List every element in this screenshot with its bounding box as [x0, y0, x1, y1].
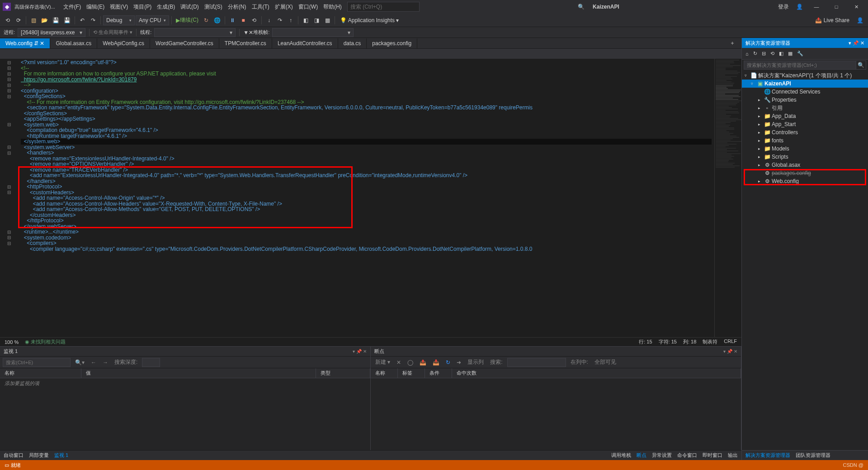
open-icon[interactable]: 📂 — [39, 15, 50, 25]
tab-Global.asax.cs[interactable]: Global.asax.cs — [50, 38, 97, 48]
rptab-解决方案资源管理器[interactable]: 解决方案资源管理器 — [745, 452, 790, 459]
extra-icon-2[interactable]: ◨ — [311, 15, 321, 25]
menu-窗口(W)[interactable]: 窗口(W) — [296, 1, 321, 13]
properties-icon[interactable]: 🔧 — [795, 50, 805, 57]
nav-right-icon[interactable]: → — [101, 359, 110, 366]
tab-LeanAuditController.cs[interactable]: LeanAuditController.cs — [272, 38, 338, 48]
btab-调用堆栈[interactable]: 调用堆栈 — [611, 452, 631, 459]
btab-局部变量[interactable]: 局部变量 — [29, 452, 49, 459]
col-type[interactable]: 类型 — [316, 368, 370, 378]
tree-item-Global.asax[interactable]: ▸⚙Global.asax — [742, 161, 868, 169]
btab-自动窗口[interactable]: 自动窗口 — [4, 452, 24, 459]
depth-input[interactable] — [142, 358, 160, 367]
menu-扩展(X)[interactable]: 扩展(X) — [272, 1, 296, 13]
tab-TPMController.cs[interactable]: TPMController.cs — [219, 38, 272, 48]
btab-异常设置[interactable]: 异常设置 — [652, 452, 672, 459]
search-icon[interactable]: 🔍 — [576, 4, 586, 10]
tree-item-fonts[interactable]: ▸📁fonts — [742, 136, 868, 145]
new-breakpoint[interactable]: 新建 ▾ — [373, 358, 392, 366]
tab-add-icon[interactable]: ＋ — [727, 39, 738, 47]
back-icon[interactable]: ⟲ — [3, 15, 13, 25]
watch-search[interactable] — [3, 358, 71, 367]
menu-项目(P)[interactable]: 项目(P) — [131, 1, 154, 13]
minimap[interactable] — [714, 59, 741, 337]
pin-icon[interactable]: ▾ 📌 ✕ — [723, 349, 737, 354]
collapse-icon[interactable]: ⊟ — [760, 50, 768, 57]
tree-item-Web.config[interactable]: ▸⚙Web.config — [742, 177, 868, 185]
btab-输出[interactable]: 输出 — [728, 452, 738, 459]
line-ending[interactable]: CRLF — [724, 338, 737, 345]
bp-col-hit[interactable]: 命中次数 — [452, 368, 741, 378]
panel-controls[interactable]: ▾ 📌 ✕ — [849, 40, 864, 46]
btab-命令窗口[interactable]: 命令窗口 — [677, 452, 697, 459]
export-icon[interactable]: 📤 — [418, 359, 428, 366]
stackframe-dropdown[interactable] — [272, 28, 354, 37]
showall-icon[interactable]: ◧ — [777, 50, 785, 57]
btab-断点[interactable]: 断点 — [637, 452, 646, 459]
extra-icon-3[interactable]: ▦ — [322, 15, 332, 25]
tab-WebApiConfig.cs[interactable]: WebApiConfig.cs — [97, 38, 150, 48]
home-icon[interactable]: ⌂ — [744, 50, 750, 57]
bp-col-name[interactable]: 名称 — [371, 368, 398, 378]
refresh-icon[interactable]: ↻ — [751, 50, 759, 57]
tree-item-Scripts[interactable]: ▸📁Scripts — [742, 153, 868, 161]
col-name[interactable]: 名称 — [0, 368, 81, 378]
indent-mode[interactable]: 制表符 — [703, 338, 717, 345]
minimize-button[interactable]: — — [807, 0, 826, 13]
process-dropdown[interactable]: [26480] iisexpress.exe — [18, 28, 85, 37]
tree-item-packages.config[interactable]: ⚙packages.config — [742, 169, 868, 177]
btab-监视 1[interactable]: 监视 1 — [54, 452, 68, 459]
search-icon[interactable]: 🔍▾ — [73, 359, 86, 366]
platform-dropdown[interactable]: Any CPU — [136, 15, 169, 25]
restart-icon[interactable]: ⟲ — [249, 15, 259, 25]
columns-btn[interactable]: 显示列 — [466, 358, 486, 366]
step-into-icon[interactable]: ↓ — [264, 15, 274, 25]
menu-工具(T)[interactable]: 工具(T) — [249, 1, 272, 13]
login-link[interactable]: 登录 — [775, 3, 792, 11]
enable-icon[interactable]: ◯ — [406, 359, 415, 366]
maximize-button[interactable]: □ — [827, 0, 845, 13]
tab-WordGameController.cs[interactable]: WordGameController.cs — [150, 38, 219, 48]
pause-icon[interactable]: ⏸ — [227, 15, 237, 25]
live-share-button[interactable]: 📤 Live Share — [812, 17, 852, 24]
stop-icon[interactable]: ■ — [238, 15, 248, 25]
new-icon[interactable]: ▧ — [28, 15, 38, 25]
browser-icon[interactable]: 🌐 — [212, 15, 222, 25]
menu-视图(V)[interactable]: 视图(V) — [107, 1, 131, 13]
tab-Web.config[interactable]: Web.config ⇵ ✕ — [0, 38, 50, 48]
all-visible[interactable]: 全部可见 — [593, 358, 618, 366]
tree-item-Properties[interactable]: ▸🔧Properties — [742, 96, 868, 104]
global-search[interactable]: 搜索 (Ctrl+Q) — [347, 2, 420, 12]
menu-文件(F)[interactable]: 文件(F) — [61, 1, 84, 13]
solution-tree[interactable]: ▿📄解决方案"KaizenAPI"(1 个项目/共 1 个)▿▣KaizenAP… — [742, 70, 868, 450]
menu-分析(N)[interactable]: 分析(N) — [225, 1, 249, 13]
close-button[interactable]: ✕ — [847, 0, 865, 13]
menu-调试(D)[interactable]: 调试(D) — [178, 1, 202, 13]
feedback-icon[interactable]: 👤 — [855, 15, 865, 25]
save-icon[interactable]: 💾 — [51, 15, 61, 25]
filter-icon-2[interactable]: ✕ — [249, 29, 253, 36]
bp-search[interactable] — [507, 358, 566, 367]
continue-button[interactable]: ▶ 继续(C) — [174, 15, 200, 25]
menu-测试(S)[interactable]: 测试(S) — [202, 1, 225, 13]
refresh-icon[interactable]: ↻ — [444, 359, 452, 366]
rptab-团队资源管理器[interactable]: 团队资源管理器 — [796, 452, 830, 459]
preview-icon[interactable]: ▦ — [786, 50, 794, 57]
tree-root[interactable]: ▿📄解决方案"KaizenAPI"(1 个项目/共 1 个) — [742, 71, 868, 80]
delete-icon[interactable]: ✕ — [395, 359, 403, 366]
bp-col-label[interactable]: 标签 — [398, 368, 425, 378]
app-insights[interactable]: 💡 Application Insights ▾ — [337, 17, 401, 24]
tab-data.cs[interactable]: data.cs — [338, 38, 367, 48]
pin-icon[interactable]: ▾ 📌 ✕ — [353, 349, 367, 354]
menu-帮助(H)[interactable]: 帮助(H) — [321, 1, 344, 13]
save-all-icon[interactable]: 💾 — [62, 15, 72, 25]
code-editor[interactable]: <?xml version="1.0" encoding="utf-8"?><!… — [18, 59, 714, 337]
watch-body[interactable]: 添加要监视的项 — [0, 378, 370, 450]
user-icon[interactable]: 👤 — [793, 4, 806, 10]
config-dropdown[interactable]: Debug — [103, 15, 135, 25]
btab-即时窗口[interactable]: 即时窗口 — [703, 452, 722, 459]
thread-dropdown[interactable] — [154, 28, 236, 37]
tree-item-Controllers[interactable]: ▸📁Controllers — [742, 128, 868, 136]
issues-status[interactable]: ◉ 未找到相关问题 — [25, 338, 66, 345]
tree-item-引用[interactable]: ▸▫引用 — [742, 104, 868, 112]
